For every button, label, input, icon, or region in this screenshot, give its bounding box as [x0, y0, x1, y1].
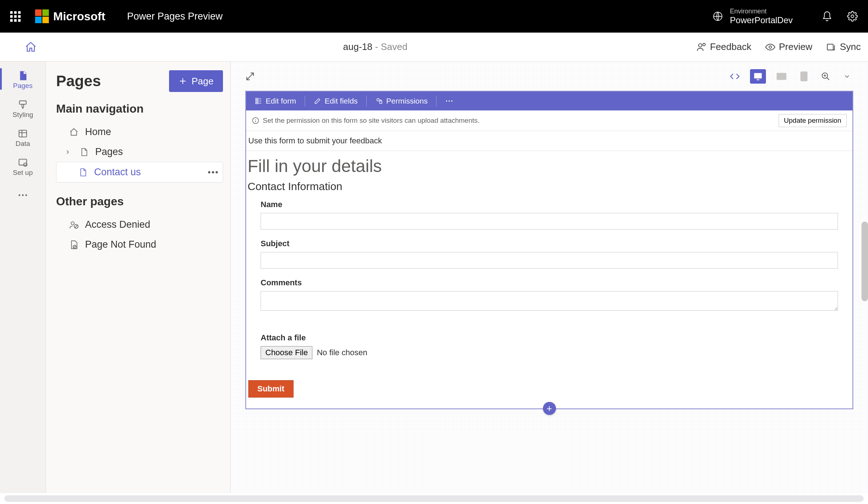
vertical-scrollbar[interactable]: [861, 222, 868, 301]
submit-button[interactable]: Submit: [248, 380, 294, 398]
brush-icon: [18, 98, 28, 111]
choose-file-button[interactable]: Choose File: [261, 346, 312, 359]
svg-point-4: [769, 46, 771, 48]
rail-more[interactable]: [0, 184, 46, 205]
edit-fields-button[interactable]: Edit fields: [305, 92, 366, 110]
globe-icon: [713, 11, 723, 21]
chevron-right-icon: [63, 149, 73, 155]
global-header: Microsoft Power Pages Preview Environmen…: [0, 0, 868, 33]
add-page-button[interactable]: Page: [169, 70, 223, 92]
form-title: Fill in your details: [246, 151, 852, 177]
field-name: Name: [246, 197, 852, 236]
svg-rect-6: [20, 101, 26, 104]
lock-icon: [375, 97, 383, 105]
tablet-landscape-button[interactable]: [773, 70, 790, 83]
svg-rect-8: [19, 159, 27, 165]
add-section-button[interactable]: +: [543, 402, 556, 415]
desktop-view-button[interactable]: [750, 69, 766, 84]
svg-rect-18: [777, 73, 787, 80]
left-rail: Pages Styling Data Set up: [0, 62, 46, 493]
item-more-icon[interactable]: •••: [208, 167, 219, 177]
eye-icon: [765, 42, 775, 52]
comments-input[interactable]: [261, 291, 838, 311]
form-description: Use this form to submit your feedback: [246, 131, 852, 151]
command-bar: aug-18 - Saved Feedback Preview Sync: [0, 33, 868, 62]
svg-rect-5: [827, 44, 833, 50]
preview-link[interactable]: Preview: [765, 41, 812, 52]
other-pages-heading: Other pages: [56, 195, 223, 208]
home-button[interactable]: [25, 41, 37, 53]
rail-setup[interactable]: Set up: [0, 151, 46, 180]
file-status: No file chosen: [317, 348, 367, 357]
svg-point-2: [698, 43, 701, 47]
rail-pages[interactable]: Pages: [0, 64, 46, 93]
pages-panel: Pages Page Main navigation Home Pages Co…: [46, 62, 231, 493]
permission-banner: Set the permission on this form so site …: [246, 110, 852, 131]
edit-icon: [314, 97, 321, 105]
svg-rect-21: [256, 98, 258, 100]
feedback-icon: [696, 42, 707, 52]
settings-button[interactable]: [847, 11, 858, 22]
field-comments: Comments: [246, 275, 852, 319]
rail-data[interactable]: Data: [0, 122, 46, 151]
rail-styling[interactable]: Styling: [0, 93, 46, 122]
edit-form-button[interactable]: Edit form: [246, 92, 305, 110]
form-toolbar: Edit form Edit fields Permissions: [246, 92, 852, 110]
page-icon: [17, 70, 28, 82]
panel-title: Pages: [56, 72, 101, 90]
form-icon: [255, 97, 262, 105]
app-launcher-icon[interactable]: [10, 11, 21, 22]
environment-picker[interactable]: Environment PowerPortalDev: [713, 8, 793, 25]
svg-point-12: [25, 194, 27, 196]
svg-rect-17: [757, 79, 759, 80]
nav-home[interactable]: Home: [56, 122, 223, 142]
info-icon: [252, 117, 259, 124]
sync-link[interactable]: Sync: [826, 41, 861, 52]
zoom-button[interactable]: [818, 70, 833, 83]
svg-point-10: [18, 194, 20, 196]
main-nav-heading: Main navigation: [56, 102, 223, 116]
table-icon: [18, 127, 28, 140]
environment-name: PowerPortalDev: [730, 15, 793, 25]
zoom-dropdown[interactable]: [840, 71, 854, 82]
document-name: aug-18: [343, 41, 372, 52]
svg-point-1: [851, 15, 854, 18]
microsoft-logo-icon: [35, 9, 49, 23]
name-label: Name: [261, 200, 838, 209]
feedback-link[interactable]: Feedback: [696, 41, 751, 52]
svg-point-26: [446, 100, 447, 102]
nav-page-not-found[interactable]: Page Not Found: [56, 235, 223, 255]
plus-icon: [178, 77, 187, 85]
nav-contact-us[interactable]: Contact us •••: [56, 162, 223, 182]
microsoft-logo-text: Microsoft: [53, 10, 105, 23]
form-section-heading: Contact Information: [246, 177, 852, 197]
svg-rect-16: [754, 73, 762, 79]
form-component[interactable]: Edit form Edit fields Permissions: [245, 91, 853, 409]
microsoft-logo: Microsoft: [35, 9, 105, 23]
svg-point-28: [451, 100, 453, 102]
form-more-button[interactable]: [437, 92, 462, 110]
code-view-button[interactable]: [727, 69, 743, 84]
nav-pages[interactable]: Pages: [56, 142, 223, 162]
subject-label: Subject: [261, 239, 838, 248]
field-attach: Attach a file Choose File No file chosen: [246, 319, 852, 366]
svg-point-3: [703, 43, 705, 46]
subject-input[interactable]: [261, 252, 838, 269]
horizontal-scrollbar[interactable]: [4, 495, 864, 502]
notifications-button[interactable]: [822, 11, 833, 22]
document-state: - Saved: [372, 41, 408, 52]
nav-access-denied[interactable]: Access Denied: [56, 215, 223, 235]
svg-point-13: [71, 222, 74, 225]
svg-point-11: [22, 194, 24, 196]
tablet-portrait-button[interactable]: [797, 69, 811, 84]
permissions-button[interactable]: Permissions: [367, 92, 436, 110]
name-input[interactable]: [261, 213, 838, 230]
page-canvas: Edit form Edit fields Permissions: [245, 91, 854, 410]
setup-icon: [18, 156, 28, 169]
svg-point-24: [377, 98, 379, 101]
field-subject: Subject: [246, 236, 852, 275]
svg-rect-19: [800, 72, 808, 81]
environment-label: Environment: [730, 8, 793, 15]
expand-handle[interactable]: [245, 71, 255, 81]
update-permission-button[interactable]: Update permission: [779, 114, 847, 127]
